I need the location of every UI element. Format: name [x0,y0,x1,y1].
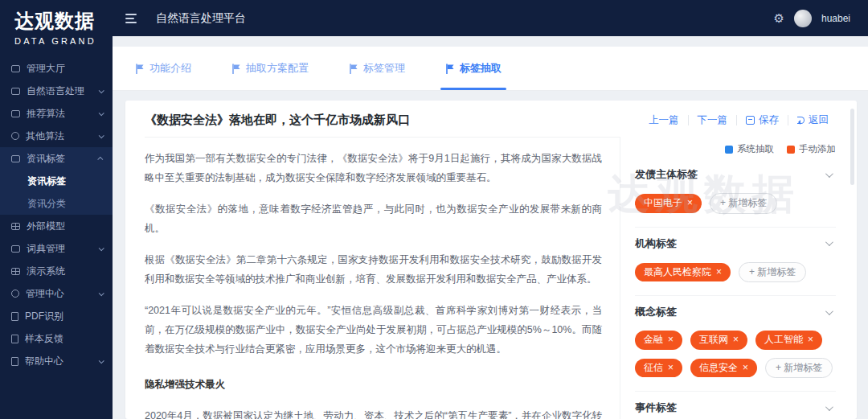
tag-label: 信息安全 [699,362,738,375]
action-link[interactable]: 下一篇 [688,115,737,125]
chevron-down-icon[interactable] [825,307,833,315]
legend: 系统抽取 手动添加 [635,142,836,158]
action-label: 保存 [759,115,779,125]
article-paragraph: 作为我国第一部有关数据安全的专门法律，《数据安全法》将于9月1日起施行，其将成为… [145,149,602,187]
sidebar-item[interactable]: 演示系统 [0,260,113,282]
add-tag-button[interactable]: + 新增标签 [710,193,777,214]
article-card: 达观数据 《数据安全法》落地在即，这个千亿市场成新风口 上一篇 下一篇 [125,101,857,419]
tag-label: 征信 [644,362,663,375]
article-paragraph: 《数据安全法》的落地，意味着数字经济监管趋严，与此同时，也为数据安全产业的发展带… [145,199,602,238]
brand-name-cn: 达观数据 [14,8,106,34]
article-paragraph: “2021年可以说是数据安全产业的元年。”安恒信息高级副总裁、首席科学家刘博对第… [145,301,602,359]
tag-section: 概念标签 金融 × 互联网 [635,296,836,392]
action-label: 返回 [809,115,829,125]
tab[interactable]: 抽取方案配置 [231,47,309,90]
sidebar-item[interactable]: 帮助中心 [0,350,113,372]
sidebar-subitem-label: 资讯标签 [27,175,66,188]
close-icon[interactable]: × [668,362,674,375]
tag-pill[interactable]: 信息安全 × [690,359,757,378]
tag-label: 最高人民检察院 [644,266,711,279]
flag-icon [135,64,145,74]
action-link[interactable]: 保存 [736,115,788,125]
sidebar-submenu: 资讯标签 资讯分类 [0,170,113,215]
sidebar-item-label: 其他算法 [26,129,64,143]
sidebar-subitem[interactable]: 资讯分类 [0,192,113,215]
collapse-menu-icon[interactable] [125,14,137,23]
chevron-down-icon[interactable] [825,403,833,411]
monitor-icon [11,245,20,253]
sidebar-group: 词典管理 [0,237,113,260]
tag-section: 事件标签 云计算 × 人脸识别 [635,392,836,419]
action-label: 下一篇 [698,115,728,125]
sidebar-item-label: 资讯标签 [27,152,65,166]
sidebar-item[interactable]: 自然语言处理 [0,80,113,102]
tag-section-title: 发债主体标签 [635,167,698,182]
tab[interactable]: 标签管理 [349,47,405,90]
legend-label: 系统抽取 [737,143,774,155]
tag-pill[interactable]: 最高人民检察院 × [635,263,731,282]
chevron-down-icon[interactable] [825,170,833,178]
tag-pill[interactable]: 互联网 × [690,331,747,350]
sidebar-item-label: 自然语言处理 [27,84,84,98]
sidebar-group: 其他算法 [0,125,113,147]
close-icon[interactable]: × [668,334,674,347]
card-body: 作为我国第一部有关数据安全的专门法律，《数据安全法》将于9月1日起施行，其将成为… [125,137,857,419]
tab-label: 标签抽取 [460,61,502,76]
return-icon [797,117,805,124]
close-icon[interactable]: × [733,334,739,347]
add-tag-button[interactable]: + 新增标签 [765,358,833,379]
sidebar-item-label: 外部模型 [27,220,65,233]
tag-pill[interactable]: 金融 × [635,331,682,350]
sidebar-item[interactable]: PDF识别 [0,305,113,327]
sidebar-item[interactable]: 样本反馈 [0,327,113,350]
sidebar-item[interactable]: 其他算法 [0,125,113,147]
tag-panel: 系统抽取 手动添加 发债主体标签 [620,137,847,419]
tag-list: 最高人民检察院 × + 新增标签 [635,262,836,283]
content-area: 功能介绍 抽取方案配置 标签管理 [113,36,868,419]
tag-list: 金融 × 互联网 × 人工智能 × [635,331,836,378]
avatar[interactable] [794,10,812,27]
sidebar-item[interactable]: 推荐算法 [0,102,113,125]
tag-label: 中国电子 [644,197,682,210]
sidebar-item[interactable]: 管理中心 [0,282,113,305]
tab-bar: 功能介绍 抽取方案配置 标签管理 [113,47,868,91]
settings-gear-icon[interactable]: ⚙ [774,12,784,24]
close-icon[interactable]: × [743,362,748,375]
main-area: 自然语言处理平台 ⚙ huabei 功能介绍 [113,0,868,419]
sidebar: 达观数据 DATA GRAND 管理大厅 自然语言处理 [0,0,113,419]
sidebar-item-label: PDF识别 [25,310,63,323]
header-right: ⚙ huabei [774,10,851,27]
tag-pill[interactable]: 人工智能 × [755,331,822,350]
sidebar-item[interactable]: 管理大厅 [0,57,113,80]
gear-icon [11,290,19,298]
sidebar-item[interactable]: 外部模型 [0,215,113,237]
sidebar-group: 管理大厅 [0,57,113,80]
tag-section: 机构标签 最高人民检察院 × + 新增标签 [635,228,836,297]
sidebar-group: 管理中心 [0,282,113,305]
tab[interactable]: 标签抽取 [445,47,502,90]
sidebar-item-label: 推荐算法 [27,107,65,121]
close-icon[interactable]: × [687,197,693,210]
username[interactable]: huabei [821,13,850,24]
save-icon [746,116,755,125]
doc-icon [11,312,18,321]
sidebar-item[interactable]: 词典管理 [0,237,113,260]
add-tag-button[interactable]: + 新增标签 [739,262,806,283]
chevron-icon [99,133,104,138]
action-link[interactable]: 上一篇 [640,115,688,125]
close-icon[interactable]: × [808,334,813,347]
article-paragraph: 根据《数据安全法》第二章第十六条规定，国家支持数据开发利用和数据安全技术研究，鼓… [145,250,602,289]
tab[interactable]: 功能介绍 [135,47,191,90]
tag-pill[interactable]: 中国电子 × [635,194,702,213]
sidebar-item[interactable]: 资讯标签 [0,147,113,170]
tag-pill[interactable]: 征信 × [635,359,682,378]
tag-label: 互联网 [699,334,728,347]
brand-name-en: DATA GRAND [14,36,106,46]
article-body: 作为我国第一部有关数据安全的专门法律，《数据安全法》将于9月1日起施行，其将成为… [145,137,620,419]
close-icon[interactable]: × [716,266,722,279]
sidebar-group: 自然语言处理 [0,80,113,102]
sidebar-subitem[interactable]: 资讯标签 [0,170,113,192]
action-link[interactable]: 返回 [788,115,837,125]
chevron-down-icon[interactable] [825,238,833,246]
article-paragraph: 2020年4月，数据被国家认定为继土地、劳动力、资本、技术之后的“第五生产要素”… [145,406,602,419]
